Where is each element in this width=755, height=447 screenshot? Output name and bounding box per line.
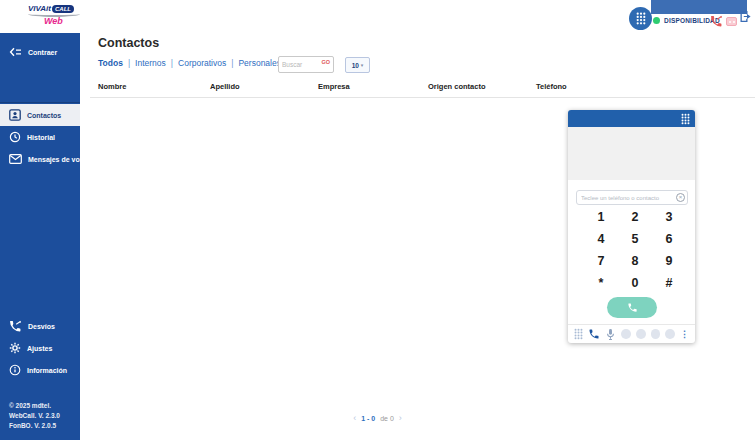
- toolbar-more-icon[interactable]: ⋮: [680, 329, 689, 339]
- dialpad-key-3[interactable]: 3: [652, 206, 686, 228]
- sidebar-collapse-label: Contraer: [28, 49, 57, 56]
- pagination-total: de 0: [380, 415, 394, 422]
- pagination: ‹ 1 - 0 de 0 ›: [0, 413, 755, 423]
- dialpad-key-8[interactable]: 8: [618, 250, 652, 272]
- column-telefono[interactable]: Teléfono: [536, 82, 567, 91]
- dialpad-key-7[interactable]: 7: [584, 250, 618, 272]
- toolbar-disabled-button[interactable]: [665, 329, 675, 339]
- toolbar-disabled-button[interactable]: [621, 329, 631, 339]
- footer-copyright: © 2025 mdtel.: [9, 401, 60, 411]
- column-nombre[interactable]: Nombre: [98, 82, 126, 91]
- dialpad-key-5[interactable]: 5: [618, 228, 652, 250]
- dial-number-input[interactable]: [581, 192, 673, 203]
- call-button[interactable]: [607, 297, 657, 318]
- dialpad-keys: 1 2 3 4 5 6 7 8 9 * 0 #: [584, 206, 686, 294]
- filter-separator: |: [231, 58, 233, 68]
- toolbar-phone-icon[interactable]: [588, 328, 600, 340]
- pagination-prev-icon[interactable]: ‹: [353, 413, 356, 423]
- dialpad-icon: [636, 12, 646, 25]
- sidebar-item-informacion[interactable]: Información: [0, 359, 80, 381]
- column-empresa[interactable]: Empresa: [318, 82, 350, 91]
- sidebar-item-desvios[interactable]: Desvíos: [0, 315, 80, 337]
- column-apellido[interactable]: Apellido: [210, 82, 240, 91]
- toolbar-dialpad-icon[interactable]: [574, 328, 583, 340]
- call-display-area: [568, 127, 695, 180]
- sidebar-nav-bottom: Desvíos Ajustes Información: [0, 315, 80, 381]
- sidebar-item-label: Historial: [27, 134, 55, 141]
- sidebar-item-label: Mensajes de voz: [28, 156, 83, 163]
- dialpad-key-9[interactable]: 9: [652, 250, 686, 272]
- logo-web: Web: [44, 16, 88, 26]
- filter-internos[interactable]: Internos: [135, 58, 166, 68]
- sidebar-item-label: Información: [27, 367, 67, 374]
- logo-vivait: VIVAit: [28, 4, 51, 13]
- search-input[interactable]: [282, 58, 318, 71]
- pagination-next-icon[interactable]: ›: [399, 413, 402, 423]
- sidebar-item-label: Contactos: [27, 112, 61, 119]
- filter-personales[interactable]: Personales: [238, 58, 281, 68]
- dialpad-key-2[interactable]: 2: [618, 206, 652, 228]
- app-logo: VIVAitCALL Web: [28, 4, 88, 26]
- logo-call-badge: CALL: [52, 5, 74, 13]
- phone-icon: [627, 302, 638, 313]
- clear-input-icon[interactable]: ×: [676, 193, 685, 202]
- page-size-value: 10: [352, 62, 359, 69]
- chevron-down-icon: ▾: [361, 62, 364, 68]
- sidebar-item-historial[interactable]: Historial: [0, 126, 80, 148]
- toolbar-mic-icon[interactable]: [605, 328, 616, 341]
- sidebar-item-label: Desvíos: [28, 323, 55, 330]
- softphone-toolbar: ⋮: [568, 324, 695, 343]
- logo-text: VIVAitCALL: [28, 4, 88, 13]
- filter-separator: |: [128, 58, 130, 68]
- gear-icon: [9, 342, 21, 354]
- column-origen-contacto[interactable]: Origen contacto: [428, 82, 486, 91]
- sidebar-nav-top: Contactos Historial Mensajes de voz: [0, 102, 80, 170]
- pagination-range: 1 - 0: [361, 415, 375, 422]
- call-forward-icon[interactable]: [710, 15, 723, 28]
- call-forward-icon: [9, 320, 22, 333]
- app-window: VIVAitCALL Web DISPONIBILIDAD Co: [0, 0, 755, 447]
- search-box: GO: [278, 56, 334, 73]
- voicemail-messages-icon: [9, 154, 22, 164]
- page-title: Contactos: [98, 36, 159, 50]
- voicemail-icon[interactable]: [726, 17, 737, 26]
- dial-input-box: ×: [576, 190, 688, 205]
- dialpad-key-0[interactable]: 0: [618, 272, 652, 294]
- sidebar-item-mensajes-de-voz[interactable]: Mensajes de voz: [0, 148, 80, 170]
- info-icon: [9, 364, 21, 376]
- header-dialpad-button[interactable]: [629, 7, 652, 30]
- contacts-table-header: Nombre Apellido Empresa Origen contacto …: [0, 82, 755, 96]
- page-size-select[interactable]: 10 ▾: [345, 57, 370, 73]
- sidebar-collapse-button[interactable]: Contraer: [0, 41, 80, 63]
- dialpad-key-4[interactable]: 4: [584, 228, 618, 250]
- top-header: VIVAitCALL Web DISPONIBILIDAD: [0, 0, 755, 33]
- logout-icon[interactable]: [739, 10, 752, 23]
- search-go-label: GO: [321, 59, 330, 65]
- sidebar-item-contactos[interactable]: Contactos: [0, 104, 80, 126]
- filter-corporativos[interactable]: Corporativos: [178, 58, 226, 68]
- dialpad-key-1[interactable]: 1: [584, 206, 618, 228]
- sidebar-item-ajustes[interactable]: Ajustes: [0, 337, 80, 359]
- collapse-icon: [9, 47, 22, 57]
- filter-separator: |: [171, 58, 173, 68]
- availability-dot: [653, 17, 660, 24]
- header-status-dropdown[interactable]: [651, 0, 747, 14]
- contact-filters: Todos | Internos | Corporativos | Person…: [98, 58, 281, 68]
- table-header-divider: [90, 97, 755, 98]
- dialpad-icon[interactable]: [681, 113, 690, 125]
- dialpad-key-6[interactable]: 6: [652, 228, 686, 250]
- softphone-header[interactable]: [568, 110, 695, 127]
- toolbar-disabled-button[interactable]: [651, 329, 661, 339]
- sidebar-item-label: Ajustes: [27, 345, 52, 352]
- contacts-icon: [9, 109, 21, 121]
- history-icon: [9, 131, 21, 143]
- dialpad-key-star[interactable]: *: [584, 272, 618, 294]
- dialpad-key-hash[interactable]: #: [652, 272, 686, 294]
- filter-todos[interactable]: Todos: [98, 58, 123, 68]
- toolbar-disabled-button[interactable]: [636, 329, 646, 339]
- softphone-widget: × 1 2 3 4 5 6 7 8 9 * 0 #: [568, 110, 695, 343]
